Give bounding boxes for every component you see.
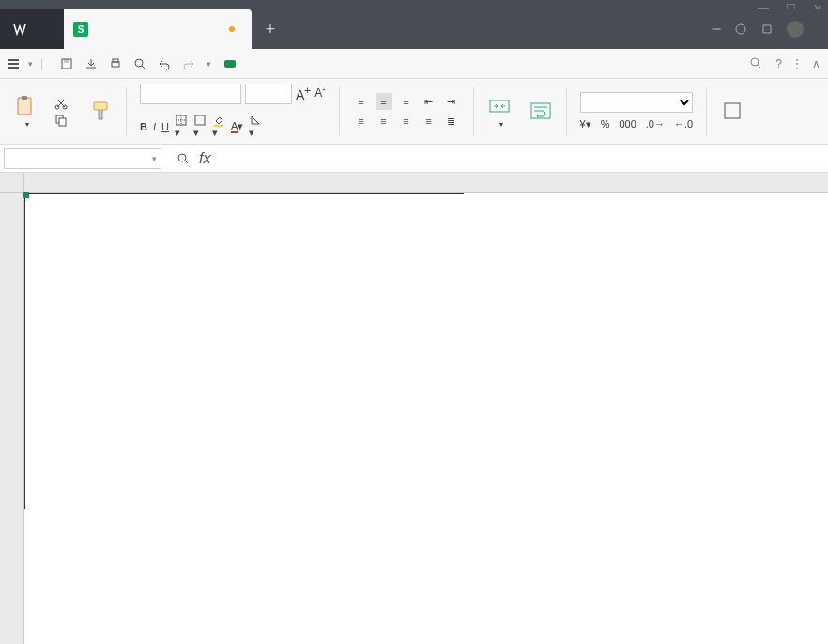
tab-view[interactable] bbox=[292, 60, 303, 68]
preview-icon[interactable] bbox=[133, 57, 146, 70]
svg-point-0 bbox=[736, 24, 745, 34]
clear-format-button[interactable]: ▾ bbox=[249, 114, 262, 139]
svg-rect-12 bbox=[59, 118, 66, 126]
font-size-select[interactable] bbox=[245, 84, 292, 104]
collapse-ribbon-icon[interactable]: ∧ bbox=[812, 57, 820, 70]
align-dist-icon[interactable]: ≣ bbox=[443, 113, 460, 130]
tab-insert[interactable] bbox=[236, 60, 247, 68]
svg-rect-2 bbox=[64, 59, 69, 63]
svg-rect-7 bbox=[18, 98, 31, 115]
align-center-icon[interactable]: ≡ bbox=[376, 113, 392, 130]
indent-right-icon[interactable]: ⇥ bbox=[443, 93, 460, 110]
help-icon[interactable]: ? bbox=[775, 57, 782, 70]
decrease-font-icon[interactable]: A- bbox=[314, 84, 325, 104]
tab-layout[interactable] bbox=[247, 60, 258, 68]
redo-icon[interactable] bbox=[182, 57, 195, 70]
search-command[interactable] bbox=[750, 57, 766, 69]
paste-icon[interactable] bbox=[13, 94, 38, 118]
hamburger-icon[interactable] bbox=[8, 59, 19, 69]
border-button[interactable]: ▾ bbox=[175, 114, 188, 139]
inc-decimal-icon[interactable]: .0→ bbox=[646, 118, 665, 130]
cut-button[interactable] bbox=[54, 97, 71, 110]
trace-icon[interactable] bbox=[176, 152, 190, 165]
sync-icon[interactable] bbox=[734, 23, 747, 36]
undo-icon[interactable] bbox=[158, 57, 171, 70]
options-icon[interactable]: ⋮ bbox=[791, 57, 803, 70]
conditional-format-icon[interactable] bbox=[720, 99, 744, 123]
currency-icon[interactable]: ¥▾ bbox=[580, 118, 591, 130]
ribbon: ▾ A+ A- B I U ▾ ▾ ▾ A▾ ▾ ≡ ≡ ≡ bbox=[0, 79, 828, 145]
export-icon[interactable] bbox=[84, 57, 98, 70]
align-right-icon[interactable]: ≡ bbox=[398, 113, 415, 130]
svg-rect-3 bbox=[112, 62, 119, 67]
svg-rect-19 bbox=[725, 103, 740, 118]
indent-left-icon[interactable]: ⇤ bbox=[421, 93, 437, 110]
menubar: ▾ | ▾ ? ⋮ ∧ bbox=[0, 49, 828, 79]
tab-data[interactable] bbox=[269, 60, 281, 68]
select-all-corner[interactable] bbox=[0, 173, 24, 193]
svg-rect-17 bbox=[490, 100, 509, 112]
tab-special[interactable] bbox=[326, 60, 337, 68]
alignment-group: ≡ ≡ ≡ ⇤ ⇥ ≡ ≡ ≡ ≡ ≣ bbox=[353, 93, 460, 130]
format-painter-icon[interactable] bbox=[88, 99, 113, 123]
percent-icon[interactable]: % bbox=[601, 118, 610, 130]
increase-font-icon[interactable]: A+ bbox=[296, 84, 311, 104]
dec-decimal-icon[interactable]: ←.0 bbox=[674, 118, 693, 130]
font-name-select[interactable] bbox=[140, 84, 241, 104]
spreadsheet-grid bbox=[0, 173, 828, 644]
name-box[interactable]: ▾ bbox=[4, 148, 161, 169]
svg-point-5 bbox=[135, 59, 143, 67]
wrap-text-icon[interactable] bbox=[529, 99, 553, 123]
print-icon[interactable] bbox=[109, 57, 122, 70]
skin-icon[interactable] bbox=[760, 23, 774, 36]
tab-security[interactable] bbox=[303, 60, 314, 68]
svg-rect-8 bbox=[22, 96, 27, 100]
chevron-down-icon: ▾ bbox=[152, 154, 157, 163]
svg-rect-16 bbox=[214, 125, 223, 127]
save-icon[interactable] bbox=[60, 57, 73, 70]
svg-point-20 bbox=[178, 154, 186, 161]
document-tab[interactable]: S bbox=[64, 9, 252, 49]
wps-home-tab[interactable] bbox=[0, 9, 64, 49]
align-middle-icon[interactable]: ≡ bbox=[376, 93, 392, 110]
comma-icon[interactable]: 000 bbox=[619, 118, 636, 130]
tab-home[interactable] bbox=[224, 60, 236, 68]
new-tab-button[interactable]: + bbox=[252, 9, 289, 49]
number-format-select[interactable] bbox=[580, 92, 693, 113]
copy-button[interactable] bbox=[54, 114, 71, 127]
titlebar: S + bbox=[0, 9, 828, 49]
paste-button[interactable]: ▾ bbox=[22, 120, 29, 129]
merge-center-button[interactable]: ▾ bbox=[496, 120, 503, 129]
align-top-icon[interactable]: ≡ bbox=[353, 93, 370, 110]
qat-more-icon[interactable]: ▾ bbox=[207, 59, 211, 69]
spreadsheet-icon: S bbox=[73, 22, 88, 37]
svg-rect-4 bbox=[113, 59, 118, 62]
underline-button[interactable]: U bbox=[161, 121, 169, 132]
svg-point-6 bbox=[751, 58, 759, 66]
align-bottom-icon[interactable]: ≡ bbox=[398, 93, 415, 110]
align-left-icon[interactable]: ≡ bbox=[353, 113, 370, 130]
chevron-down-icon: ▾ bbox=[28, 59, 33, 69]
tab-dev[interactable] bbox=[314, 60, 326, 68]
merge-center-icon[interactable] bbox=[487, 94, 512, 118]
bold-button[interactable]: B bbox=[140, 121, 147, 132]
unsaved-dot-icon bbox=[229, 26, 235, 32]
svg-rect-13 bbox=[94, 102, 107, 110]
font-color-button[interactable]: A▾ bbox=[231, 120, 243, 132]
formula-bar: ▾ fx bbox=[0, 145, 828, 173]
fill-color-button[interactable]: ▾ bbox=[212, 114, 225, 139]
formula-input[interactable] bbox=[225, 148, 824, 169]
tab-review[interactable] bbox=[281, 60, 292, 68]
ribbon-tabs bbox=[224, 60, 348, 68]
file-menu[interactable]: ▾ bbox=[26, 59, 33, 69]
fx-icon[interactable]: fx bbox=[199, 150, 210, 167]
notification-badge[interactable] bbox=[712, 28, 721, 30]
align-justify-icon[interactable]: ≡ bbox=[421, 113, 437, 130]
tab-assist[interactable] bbox=[337, 60, 348, 68]
fill-button[interactable]: ▾ bbox=[193, 114, 207, 139]
svg-rect-15 bbox=[195, 115, 205, 125]
tab-formula[interactable] bbox=[258, 60, 269, 68]
avatar[interactable] bbox=[787, 21, 804, 38]
italic-button[interactable]: I bbox=[153, 121, 156, 132]
wps-logo-icon bbox=[13, 23, 26, 36]
